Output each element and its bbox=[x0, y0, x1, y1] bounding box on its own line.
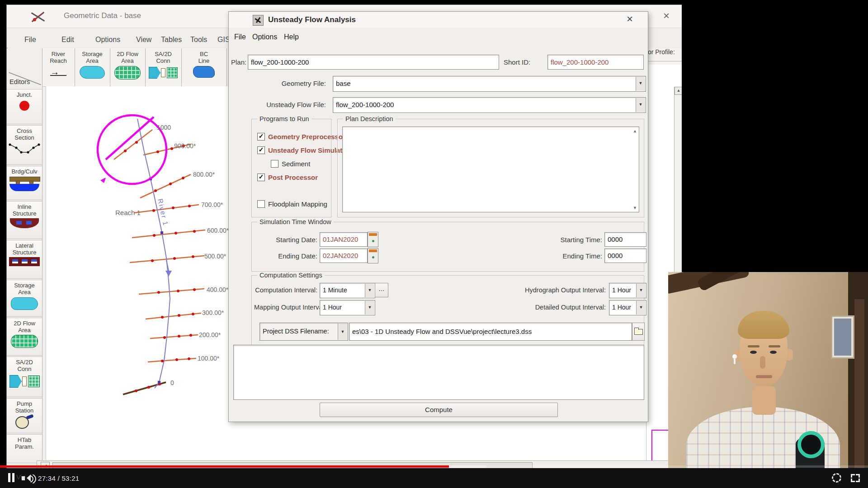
computation-message-area bbox=[233, 345, 644, 400]
dialog-app-icon bbox=[253, 15, 264, 26]
picture-frame bbox=[831, 315, 854, 359]
reach-name-label: Reach 1 bbox=[115, 209, 141, 216]
sa2d-conn-icon bbox=[9, 374, 39, 388]
unsteady-file-label: Unsteady Flow File: bbox=[256, 101, 326, 108]
scroll-down-icon[interactable]: ▼ bbox=[633, 206, 637, 210]
editor-bridge-culvert-button[interactable]: Brdg/Culv bbox=[7, 166, 42, 200]
editor-cross-section-button[interactable]: CrossSection bbox=[7, 125, 42, 165]
editor-junction-button[interactable]: Junct. bbox=[7, 89, 42, 124]
short-id-input[interactable]: flow_200-1000-200 bbox=[547, 55, 644, 70]
toolbar-bc-line-button[interactable]: BCLine bbox=[181, 48, 227, 86]
menu-edit[interactable]: Edit bbox=[61, 36, 74, 44]
editor-storage-area-button[interactable]: StorageArea bbox=[7, 280, 42, 317]
dropdown-arrow-icon[interactable] bbox=[636, 301, 646, 314]
window-title: Geometric Data - base bbox=[64, 11, 141, 20]
toolbar-2d-flow-button[interactable]: 2D FlowArea bbox=[110, 48, 146, 86]
video-progress-bar[interactable] bbox=[0, 465, 868, 468]
menu-tables[interactable]: Tables bbox=[161, 36, 182, 44]
mapping-interval-label: Mapping Output Interval: bbox=[254, 304, 317, 311]
hydrograph-interval-combo[interactable]: 1 Hour bbox=[609, 283, 646, 298]
geometric-menubar: File Edit Options View Tables Tools GIS bbox=[7, 36, 233, 47]
presenter-hair bbox=[738, 311, 789, 339]
fullscreen-button[interactable] bbox=[851, 474, 860, 482]
post-processor-checkbox[interactable]: ✓ bbox=[257, 174, 265, 181]
station-label: 100.00* bbox=[198, 355, 219, 362]
dss-filename-input[interactable]: es\03 - 1D Unsteady Flow and DSSVue\proj… bbox=[349, 323, 632, 341]
dropdown-arrow-icon[interactable] bbox=[636, 98, 645, 112]
river-name-label: River 1 bbox=[156, 198, 170, 227]
geometry-file-combo[interactable]: base bbox=[333, 76, 646, 92]
plan-label: Plan: bbox=[231, 58, 246, 66]
ending-date-label: Ending Date: bbox=[259, 252, 317, 260]
storage-area-icon bbox=[80, 66, 105, 79]
toolbar-storage-area-button[interactable]: StorageArea bbox=[75, 48, 110, 86]
dropdown-arrow-icon[interactable] bbox=[636, 77, 645, 91]
presenter-eye bbox=[750, 351, 757, 354]
presenter-eye bbox=[770, 351, 777, 354]
dialog-menu-options[interactable]: Options bbox=[252, 33, 277, 41]
toolbar-sa2d-conn-button[interactable]: SA/2DConn bbox=[145, 48, 182, 86]
menu-options[interactable]: Options bbox=[95, 36, 120, 44]
toolbar-river-reach-button[interactable]: RiverReach → bbox=[42, 48, 75, 86]
dialog-close-icon[interactable] bbox=[627, 14, 633, 23]
lateral-structure-icon bbox=[9, 257, 40, 266]
unsteady-flow-simulation-checkbox[interactable]: ✓ bbox=[257, 146, 265, 154]
player-control-bar bbox=[0, 468, 868, 488]
geometric-close-icon[interactable] bbox=[663, 11, 670, 20]
hydrograph-interval-label: Hydrograph Output Interval: bbox=[487, 286, 606, 294]
menu-view[interactable]: View bbox=[136, 36, 151, 44]
detailed-interval-label: Detailed Output Interval: bbox=[487, 304, 606, 311]
editor-2d-flow-button[interactable]: 2D FlowArea bbox=[7, 318, 42, 356]
starting-time-input[interactable]: 0000 bbox=[604, 232, 646, 247]
inline-structure-icon bbox=[10, 218, 39, 228]
floodplain-mapping-checkbox[interactable] bbox=[257, 200, 265, 208]
2d-flow-area-icon bbox=[11, 335, 38, 348]
editor-htab-param-button[interactable]: HTabParam. bbox=[7, 434, 42, 463]
plan-input[interactable]: flow_200-1000-200 bbox=[248, 55, 499, 70]
sediment-checkbox[interactable] bbox=[271, 160, 278, 168]
editor-inline-structure-button[interactable]: InlineStructure bbox=[7, 201, 42, 239]
ending-time-input[interactable]: 0000 bbox=[604, 249, 646, 263]
dialog-menu-file[interactable]: File bbox=[234, 33, 246, 41]
pump-station-icon bbox=[14, 415, 34, 427]
sa2d-conn-icon bbox=[149, 66, 178, 79]
menu-tools[interactable]: Tools bbox=[190, 36, 207, 44]
volume-button[interactable] bbox=[22, 474, 35, 483]
dropdown-arrow-icon[interactable] bbox=[636, 284, 646, 297]
starting-time-label: Starting Time: bbox=[534, 236, 602, 244]
dropdown-arrow-icon[interactable] bbox=[338, 324, 347, 340]
dropdown-arrow-icon[interactable] bbox=[365, 284, 374, 297]
editor-lateral-structure-button[interactable]: LateralStructure bbox=[7, 240, 42, 279]
calendar-icon[interactable] bbox=[368, 248, 378, 263]
more-intervals-button[interactable]: ... bbox=[375, 283, 388, 297]
ending-date-input[interactable]: 02JAN2020 bbox=[320, 249, 368, 263]
geometry-preprocessor-checkbox[interactable]: ✓ bbox=[257, 133, 265, 141]
editor-sa2d-conn-button[interactable]: SA/2DConn bbox=[7, 357, 42, 397]
detailed-interval-combo[interactable]: 1 Hour bbox=[609, 300, 646, 315]
dialog-menu-help[interactable]: Help bbox=[284, 33, 299, 41]
station-label: 400.00* bbox=[207, 286, 228, 293]
calendar-icon[interactable] bbox=[368, 232, 378, 247]
unsteady-file-combo[interactable]: flow_200-1000-200 bbox=[333, 97, 646, 113]
pause-button[interactable] bbox=[8, 473, 16, 482]
editor-pump-station-button[interactable]: PumpStation bbox=[7, 398, 42, 433]
settings-gear-icon[interactable] bbox=[832, 473, 841, 483]
compute-button[interactable]: Compute bbox=[320, 403, 558, 417]
bc-line-icon bbox=[193, 66, 215, 78]
menu-file[interactable]: File bbox=[24, 36, 36, 44]
dss-filename-selector[interactable]: Project DSS Filename: bbox=[259, 323, 348, 341]
plan-description-textarea[interactable]: ▲ ▼ bbox=[342, 127, 639, 212]
editors-header: Editors bbox=[9, 78, 30, 85]
letterbox-left bbox=[0, 0, 6, 488]
cross-section-icon bbox=[9, 142, 40, 155]
dropdown-arrow-icon[interactable] bbox=[365, 301, 374, 314]
scroll-up-icon[interactable]: ▲ bbox=[633, 129, 637, 133]
mapping-interval-combo[interactable]: 1 Hour bbox=[320, 300, 375, 315]
door-frame bbox=[848, 272, 868, 488]
ending-time-label: Ending Time: bbox=[534, 252, 602, 260]
dss-browse-button[interactable] bbox=[632, 323, 645, 341]
dialog-titlebar[interactable]: Unsteady Flow Analysis bbox=[229, 12, 648, 28]
starting-date-input[interactable]: 01JAN2020 bbox=[320, 232, 368, 247]
computation-interval-combo[interactable]: 1 Minute bbox=[320, 283, 375, 298]
microphone-ring-light bbox=[797, 431, 825, 458]
